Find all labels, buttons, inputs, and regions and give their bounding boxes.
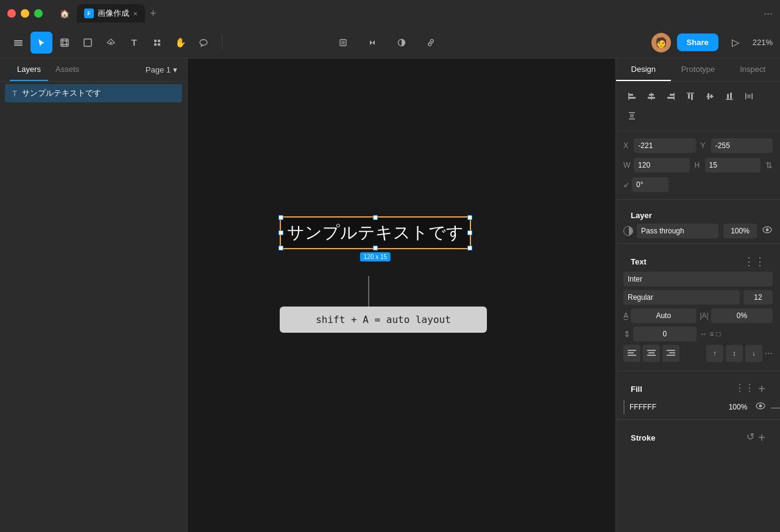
text-section-more[interactable]: ⋮⋮ (743, 255, 765, 268)
text-more-button[interactable]: ··· (765, 348, 773, 359)
text-align-right-button[interactable] (662, 345, 679, 362)
svg-rect-26 (674, 93, 675, 100)
stroke-refresh-icon[interactable]: ↺ (746, 431, 754, 445)
tab-main[interactable]: F 画像作成 ✕ (77, 4, 145, 23)
tab-layers[interactable]: Layers (10, 59, 48, 81)
angle-input[interactable] (632, 177, 668, 192)
tab-home[interactable]: 🏠 (55, 5, 74, 22)
resize-handle-tr[interactable] (467, 215, 472, 220)
text-box-field: ↔ ≡ □ (700, 330, 773, 338)
share-button[interactable]: Share (677, 34, 718, 51)
resize-handle-mr[interactable] (467, 230, 472, 235)
add-tab-button[interactable]: + (150, 7, 157, 20)
close-button[interactable] (7, 9, 16, 18)
text-align-left-button[interactable] (623, 345, 640, 362)
component-tool-button[interactable] (146, 32, 168, 54)
stroke-add-button[interactable]: + (758, 431, 765, 445)
opacity-input[interactable] (723, 224, 757, 238)
resize-handle-tm[interactable] (373, 215, 378, 220)
h-input[interactable] (705, 158, 760, 172)
fill-section-title: Fill (631, 385, 642, 394)
svg-rect-2 (14, 44, 23, 46)
fill-add-button[interactable]: + (758, 382, 765, 396)
layer-item-text[interactable]: T サンプルテキストです (5, 84, 182, 102)
layers-tool-button[interactable] (7, 32, 29, 54)
text-align-icon: ≡ (710, 330, 714, 338)
resize-handle-bm[interactable] (373, 246, 378, 250)
y-input[interactable] (711, 138, 773, 153)
letter-spacing-input[interactable] (711, 308, 773, 323)
fill-opacity-input[interactable] (726, 403, 750, 411)
line-height-input[interactable] (633, 327, 697, 341)
font-style-select[interactable]: Regular Bold Italic (623, 290, 740, 305)
fill-section: Fill ⋮⋮ + — (616, 371, 780, 420)
align-top-button[interactable] (682, 88, 699, 105)
title-bar-more[interactable]: ··· (764, 7, 773, 20)
canvas-text-element[interactable]: サンプルテキストです (281, 218, 470, 248)
text-tool-button[interactable]: T (123, 32, 145, 54)
align-bottom-button[interactable] (721, 88, 738, 105)
resize-handle-br[interactable] (467, 246, 472, 250)
resize-handle-bl[interactable] (278, 246, 283, 250)
link-tool-button[interactable] (420, 32, 442, 54)
resize-handle-tl[interactable] (278, 215, 283, 220)
rpanel-tab-inspect[interactable]: Inspect (725, 59, 780, 81)
rpanel-tab-design[interactable]: Design (616, 59, 671, 81)
text-section: Text ⋮⋮ Regular Bold Italic A̲ (616, 244, 780, 371)
svg-point-43 (766, 229, 769, 232)
text-align-center-button[interactable] (643, 345, 660, 362)
fill-color-swatch[interactable] (623, 400, 625, 414)
canvas-element-container[interactable]: サンプルテキストです 120 x 15 (280, 216, 471, 249)
frame-tool-button[interactable] (54, 32, 76, 54)
w-label: W (623, 161, 631, 169)
visibility-toggle-button[interactable] (762, 225, 773, 236)
maximize-button[interactable] (34, 9, 43, 18)
rpanel-tab-prototype[interactable]: Prototype (671, 59, 726, 81)
play-button[interactable]: ▷ (725, 32, 746, 54)
h-field: H (695, 158, 761, 172)
lock-proportions-icon[interactable]: ⇅ (765, 160, 773, 170)
window-controls (7, 9, 43, 18)
auto-input[interactable] (631, 308, 697, 323)
y-field: Y (701, 138, 773, 153)
text-valign-bottom-button[interactable]: ↓ (745, 345, 762, 362)
fill-remove-button[interactable]: — (771, 401, 780, 414)
select-tool-button[interactable] (30, 32, 52, 54)
svg-rect-41 (629, 119, 635, 120)
align-center-v-button[interactable] (701, 88, 718, 105)
svg-rect-3 (61, 39, 68, 46)
w-field: W (623, 158, 690, 172)
right-panel: Design Prototype Inspect (615, 59, 780, 532)
font-family-input[interactable] (623, 272, 773, 286)
page-selector[interactable]: Page 1 ▾ (146, 65, 177, 74)
tab-assets[interactable]: Assets (48, 59, 87, 81)
text-valign-middle-button[interactable]: ↕ (726, 345, 743, 362)
fill-hex-input[interactable] (629, 403, 721, 411)
font-family-row (623, 272, 773, 286)
tab-close-button[interactable]: ✕ (133, 10, 138, 17)
x-label: X (623, 141, 631, 150)
mask-tool-button[interactable] (332, 32, 354, 54)
align-center-h-button[interactable] (643, 88, 660, 105)
fill-visibility-button[interactable] (755, 402, 766, 413)
resize-handle-ml[interactable] (278, 230, 283, 235)
boolean-tool-button[interactable] (361, 32, 383, 54)
comment-tool-button[interactable] (193, 32, 214, 54)
fill-more-icon[interactable]: ⋮⋮ (735, 382, 754, 396)
hand-tool-button[interactable]: ✋ (169, 32, 191, 54)
align-left-button[interactable] (623, 88, 640, 105)
canvas[interactable]: サンプルテキストです 120 x 15 shift + A = auto lay… (188, 59, 615, 532)
zoom-level[interactable]: 221% (753, 38, 773, 47)
distribute-v-button[interactable] (623, 107, 640, 124)
shape-tool-button[interactable] (77, 32, 99, 54)
text-valign-top-button[interactable]: ↑ (706, 345, 723, 362)
distribute-h-button[interactable] (740, 88, 757, 105)
contrast-tool-button[interactable] (391, 32, 413, 54)
w-input[interactable] (634, 158, 689, 172)
x-input[interactable] (634, 138, 695, 153)
minimize-button[interactable] (21, 9, 29, 18)
align-right-button[interactable] (662, 88, 679, 105)
font-size-input[interactable] (743, 290, 773, 305)
pen-tool-button[interactable] (100, 32, 122, 54)
blend-mode-select[interactable]: Pass through Normal Multiply (637, 224, 718, 238)
